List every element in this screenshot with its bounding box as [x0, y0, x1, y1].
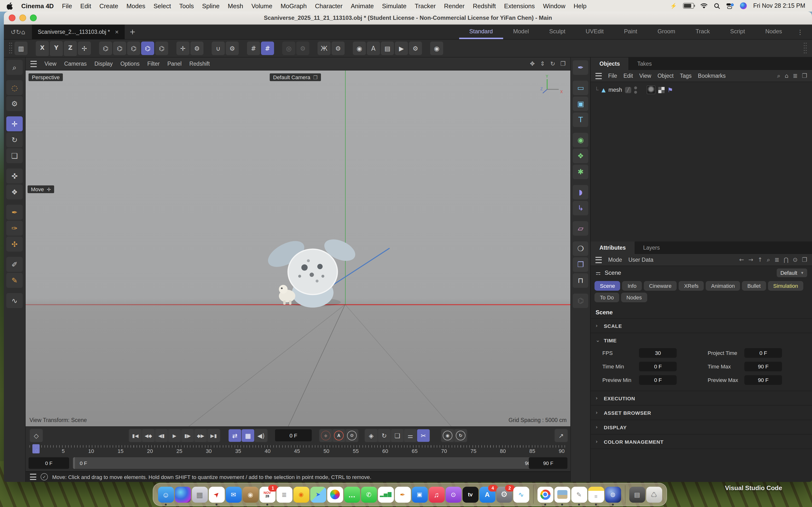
dolly-view-icon[interactable]: ⇕ — [540, 60, 545, 67]
search-icon[interactable]: ⌕ — [777, 72, 780, 79]
field-value[interactable]: 90 F — [744, 375, 782, 385]
viewport-menu-item[interactable]: Redshift — [189, 61, 209, 67]
preview-range-bar[interactable]: 0 F 90 F — [73, 457, 542, 469]
render-active-button[interactable]: ▶ — [395, 42, 408, 55]
next-key-button[interactable]: ◆▶ — [194, 429, 207, 442]
mouse-rotate-button[interactable]: ↻ — [454, 429, 467, 442]
dock-podcasts[interactable]: ⊙ — [445, 487, 461, 502]
attributes-menu-icon[interactable] — [596, 257, 602, 263]
generator-icon[interactable]: ✱ — [573, 165, 589, 179]
dock-image-viewer[interactable] — [554, 487, 570, 502]
objects-menu-item[interactable]: Tags — [680, 73, 692, 79]
attribute-tab-chip[interactable]: Animation — [706, 281, 740, 291]
dock-calendar[interactable]: 1 NOV 28 — [259, 487, 275, 502]
home-icon[interactable]: ⌂ — [21, 28, 26, 36]
move-tool-button[interactable]: ✛ — [6, 116, 23, 131]
viewport-menu-item[interactable]: Options — [120, 61, 140, 67]
export-icon[interactable]: ❐ — [802, 72, 807, 79]
dock-trash[interactable]: ♺ — [646, 487, 662, 502]
menubar-item[interactable]: Animate — [351, 2, 373, 9]
symmetry-settings-button[interactable]: ⚙ — [332, 42, 345, 55]
menubar-item[interactable]: Redshift — [473, 2, 496, 9]
attributes-menu-item[interactable]: User Data — [628, 257, 654, 263]
collapsed-section[interactable]: › COLOR MANAGEMENT — [591, 434, 812, 449]
menubar-item[interactable]: Create — [99, 2, 118, 9]
menubar-item[interactable]: Help — [574, 2, 587, 9]
dock-mail[interactable]: ✉ — [225, 487, 242, 502]
menubar-item[interactable]: Character — [315, 2, 343, 9]
attribute-tab-chip[interactable]: Scene — [595, 281, 620, 291]
workplane-button[interactable]: ✛ — [176, 42, 190, 55]
tweak-tool-button[interactable]: ⚙ — [6, 96, 23, 111]
field-value[interactable]: 90 F — [744, 362, 782, 371]
collapsed-section[interactable]: › DISPLAY — [591, 419, 812, 434]
gem-tool-5-icon[interactable]: ⌬ — [155, 42, 168, 55]
attribute-tab-chip[interactable]: Info — [622, 281, 642, 291]
autokey-button[interactable]: A — [333, 429, 345, 442]
symmetry-button[interactable]: Ж — [317, 42, 331, 55]
dock-notes[interactable]: ≡ — [588, 487, 604, 502]
attribute-tab-chip[interactable]: Bullet — [742, 281, 766, 291]
texture-tag-thumbnail[interactable] — [647, 86, 655, 94]
material-icon[interactable]: ⌬ — [573, 294, 589, 308]
current-frame-field[interactable]: 0 F — [275, 429, 312, 441]
menubar-item[interactable]: Volume — [251, 2, 272, 9]
viewport-camera-label[interactable]: Default Camera ❐ — [270, 73, 321, 81]
spotlight-search-icon[interactable] — [714, 3, 720, 9]
dock-chrome[interactable] — [537, 487, 553, 502]
preset-dropdown[interactable]: Default ▾ — [776, 269, 807, 277]
field-icon[interactable]: ◉ — [573, 133, 589, 147]
filter-icon[interactable]: ≣ — [793, 72, 798, 79]
transform-tool-button[interactable]: ✜ — [6, 169, 23, 183]
menubar-item[interactable]: Mesh — [228, 2, 243, 9]
dock-freeform[interactable]: ∿ — [513, 487, 529, 502]
auto-mode-button[interactable]: A — [367, 42, 380, 55]
parent-icon[interactable]: ↑ — [758, 257, 762, 263]
layout-tab[interactable]: Nodes — [755, 24, 792, 39]
desktop-icon-label-vscode[interactable]: Visual Studio Code — [725, 484, 782, 492]
forward-icon[interactable]: → — [749, 257, 753, 263]
play-button[interactable]: ▶ — [168, 429, 181, 442]
axis-z-button[interactable]: Z — [64, 41, 77, 56]
undo-icon[interactable]: ↺ — [11, 28, 16, 36]
prev-key-button[interactable]: ◀◆ — [142, 429, 155, 442]
sketch-spline-tool-button[interactable]: ✑ — [6, 221, 23, 236]
toolbar-drag-handle[interactable] — [803, 42, 807, 55]
layout-tab[interactable]: Sculpt — [539, 24, 576, 39]
dock-numbers[interactable]: ▂▅▇ — [378, 487, 394, 502]
menubar-item[interactable]: File — [62, 2, 72, 9]
section-scale[interactable]: › SCALE — [591, 318, 812, 333]
viewport-render-button[interactable]: ▥ — [14, 42, 28, 55]
status-menu-icon[interactable] — [30, 474, 36, 480]
spline-pen-icon[interactable]: ✒ — [573, 60, 589, 75]
loop-playback-button[interactable]: ⇄ — [229, 429, 241, 442]
spline-primitive-icon[interactable]: ▭ — [573, 80, 589, 95]
next-frame-button[interactable]: ▮▶ — [181, 429, 194, 442]
control-center-icon[interactable] — [727, 3, 734, 9]
dock-tv[interactable]: tv — [462, 487, 478, 502]
menubar-item[interactable]: Window — [543, 2, 565, 9]
dock-separator[interactable] — [533, 485, 534, 504]
material-manager-button[interactable]: ◉ — [430, 42, 443, 55]
dock-appstore[interactable]: 4 A — [479, 487, 495, 502]
objects-menu-item[interactable]: Object — [658, 73, 674, 79]
menubar-item[interactable]: Tools — [179, 2, 194, 9]
coord-system-button[interactable]: ✢ — [78, 42, 91, 55]
window-titlebar[interactable]: Scaniverse_2025_11_21_113103.obj * (Stud… — [4, 12, 812, 24]
home-icon[interactable]: ⌂ — [785, 72, 788, 79]
goto-end-button[interactable]: ▶▮ — [207, 429, 220, 442]
menubar-item[interactable]: MoGraph — [281, 2, 307, 9]
attribute-tab-chip[interactable]: Simulation — [768, 281, 803, 291]
phong-tag-icon[interactable]: ⚑ — [667, 86, 673, 94]
close-tab-icon[interactable]: ✕ — [115, 29, 119, 35]
goto-start-button[interactable]: ▮◀ — [129, 429, 142, 442]
manager-tab[interactable]: Layers — [635, 241, 668, 254]
viewport-3d[interactable]: Perspective Default Camera ❐ Move ✛ — [26, 70, 570, 427]
search-icon[interactable]: ⌕ — [767, 257, 770, 263]
back-icon[interactable]: ← — [739, 257, 744, 263]
line-cut-tool-button[interactable]: ✎ — [6, 273, 23, 288]
range-end-field[interactable]: 90 F — [529, 457, 568, 469]
dock-photos[interactable] — [327, 487, 343, 502]
layout-tab[interactable]: Track — [686, 24, 720, 39]
camera-swap-icon[interactable]: ❐ — [313, 74, 317, 80]
